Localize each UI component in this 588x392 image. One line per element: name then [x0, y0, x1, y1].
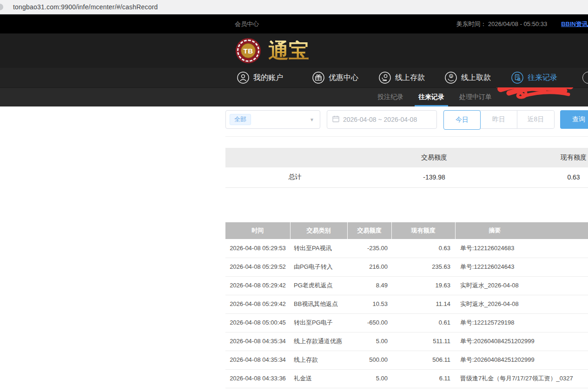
cell-type: 线上存款	[290, 351, 347, 369]
nav-item-transaction-records[interactable]: 往来记录	[511, 72, 558, 84]
cell-balance: 506.11	[391, 351, 455, 369]
cell-time: 2026-04-08 05:29:42	[225, 276, 290, 295]
cell-time: 2026-04-08 04:33:36	[225, 369, 290, 388]
cell-time: 2026-04-08 05:29:52	[225, 258, 290, 276]
cell-amount: 8.49	[347, 276, 391, 295]
records-icon	[511, 72, 523, 84]
cell-amount: 216.00	[347, 258, 391, 276]
cell-memo: 单号:202604084251202999	[455, 332, 588, 351]
yesterday-button[interactable]: 昨日	[481, 111, 517, 128]
cell-time: 2026-04-08 05:29:42	[225, 295, 290, 313]
cell-amount: 5.00	[347, 369, 391, 388]
nav-label: 我的账户	[253, 73, 283, 83]
cell-memo: 实时返水_2026-04-08	[455, 295, 588, 313]
summary-table: 交易额度 现有额度 总计 -139.98 0.63	[225, 148, 588, 188]
header-logo-band: TB 通宝	[0, 33, 588, 68]
quick-date-buttons: 今日 昨日 近8日	[443, 110, 555, 129]
favicon	[0, 4, 3, 10]
cell-time: 2026-04-08 05:29:53	[225, 239, 290, 258]
brand-logo[interactable]: TB 通宝	[236, 38, 309, 63]
cell-type: 转出至PA视讯	[290, 239, 347, 258]
summary-total-balance: 0.63	[504, 167, 588, 187]
col-amount: 交易额度	[347, 222, 391, 239]
type-select-value[interactable]: 全部	[230, 114, 251, 125]
cell-amount: -235.00	[347, 239, 391, 258]
cell-time: 2026-04-08 04:35:34	[225, 351, 290, 369]
cell-balance: 511.11	[391, 332, 455, 351]
cell-memo: 单号:122125729198	[455, 313, 588, 332]
cell-amount: 500.00	[347, 351, 391, 369]
tab-pending-orders[interactable]: 处理中订单	[458, 88, 493, 106]
nav-label: 线上取款	[461, 73, 491, 83]
table-row: 2026-04-08 04:35:34 线上存款通道优惠 5.00 511.11…	[225, 332, 588, 351]
cell-balance: 11.14	[391, 295, 455, 313]
col-time: 时间	[225, 222, 290, 239]
bbin-news-link[interactable]: BBIN资讯	[561, 20, 588, 28]
tab-bet-records[interactable]: 投注纪录	[377, 88, 404, 106]
cell-amount: -650.00	[347, 313, 391, 332]
col-type: 交易类别	[290, 222, 347, 239]
cell-memo: 单号:122126024683	[455, 239, 588, 258]
summary-header-balance: 现有额度	[504, 148, 588, 167]
table-row: 2026-04-08 05:29:42 PG老虎机返点 8.49 19.63 实…	[225, 276, 588, 295]
records-table: 时间 交易类别 交易额度 现有额度 摘要 2026-04-08 05:29:53…	[225, 222, 588, 388]
cell-balance: 19.63	[391, 276, 455, 295]
cell-memo: 晋级逢7礼金（每月7/17/27领工资）_0327	[455, 369, 588, 388]
cell-balance: 6.11	[391, 369, 455, 388]
chevron-down-icon: ▼	[310, 117, 314, 122]
summary-header-amount: 交易额度	[364, 148, 504, 167]
cell-type: 礼金送	[290, 369, 347, 388]
table-row: 2026-04-08 05:29:53 转出至PA视讯 -235.00 0.63…	[225, 239, 588, 258]
nav-label: 优惠中心	[329, 73, 358, 83]
us-eastern-time: 美东时间： 2026/04/08 - 05:50:33	[456, 20, 547, 28]
records-header-row: 时间 交易类别 交易额度 现有额度 摘要	[225, 222, 588, 239]
cell-amount: 10.53	[347, 295, 391, 313]
today-button[interactable]: 今日	[443, 110, 481, 130]
col-balance: 现有额度	[391, 222, 455, 239]
date-range-input[interactable]: 2026-04-08 ~ 2026-04-08	[327, 110, 437, 129]
query-button[interactable]: 查询	[560, 110, 588, 129]
cell-type: BB视讯其他返点	[290, 295, 347, 313]
withdraw-icon: $	[445, 72, 457, 84]
cell-time: 2026-04-08 04:35:34	[225, 332, 290, 351]
cell-balance: 0.63	[391, 239, 455, 258]
cell-type: 转出至PG电子	[290, 313, 347, 332]
table-row: 2026-04-08 04:35:34 线上存款 500.00 506.11 单…	[225, 351, 588, 369]
table-row: 2026-04-08 04:33:36 礼金送 5.00 6.11 晋级逢7礼金…	[225, 369, 588, 388]
browser-address-bar[interactable]: tongbao31.com:9900/infe/mcenter/#/cashRe…	[0, 0, 588, 14]
nav-item-my-account[interactable]: 我的账户	[237, 72, 284, 84]
cell-memo: 单号:122126024643	[455, 258, 588, 276]
url-text[interactable]: tongbao31.com:9900/infe/mcenter/#/cashRe…	[13, 3, 158, 11]
nav-item-online-withdrawal[interactable]: $ 线上取款	[445, 72, 491, 84]
nav-label: 线上存款	[395, 73, 425, 83]
summary-header-blank	[225, 148, 364, 167]
cell-type: 线上存款通道优惠	[290, 332, 347, 351]
main-content: 全部 ▼ 2026-04-08 ~ 2026-04-08 今日 昨日 近8日 查…	[0, 106, 588, 392]
type-select[interactable]: 全部 ▼	[225, 110, 320, 129]
summary-total-amount: -139.98	[364, 167, 504, 187]
summary-total-row: 总计 -139.98 0.63	[225, 167, 588, 187]
member-center-link[interactable]: 会员中心	[235, 20, 259, 28]
nav-item-online-deposit[interactable]: 线上存款	[379, 72, 425, 84]
cell-type: PG老虎机返点	[290, 276, 347, 295]
cell-balance: 235.63	[391, 258, 455, 276]
nav-item-promotions[interactable]: 优惠中心	[312, 72, 359, 84]
cell-time: 2026-04-08 05:00:45	[225, 313, 290, 332]
nav-label: 往来记录	[528, 73, 557, 83]
top-utility-bar: 会员中心 美东时间： 2026/04/08 - 05:50:33 BBIN资讯	[0, 14, 588, 33]
cell-balance: 0.61	[391, 313, 455, 332]
tab-transaction-records[interactable]: 往来记录	[417, 88, 445, 106]
poker-chip-icon: TB	[236, 38, 261, 63]
cell-amount: 5.00	[347, 332, 391, 351]
col-memo: 摘要	[455, 222, 588, 239]
last-8-days-button[interactable]: 近8日	[517, 111, 554, 128]
cell-type: 由PG电子转入	[290, 258, 347, 276]
date-range-value[interactable]: 2026-04-08 ~ 2026-04-08	[343, 116, 417, 123]
brand-name: 通宝	[268, 40, 309, 61]
main-navigation: 我的账户 优惠中心 线上存款 $ 线上取款 往来记录	[0, 68, 588, 87]
section-divider	[225, 136, 588, 137]
cell-memo: 实时返水_2026-04-08	[455, 276, 588, 295]
nav-item-partial-icon[interactable]	[582, 72, 588, 84]
user-icon	[237, 72, 249, 84]
gift-icon	[312, 72, 324, 84]
